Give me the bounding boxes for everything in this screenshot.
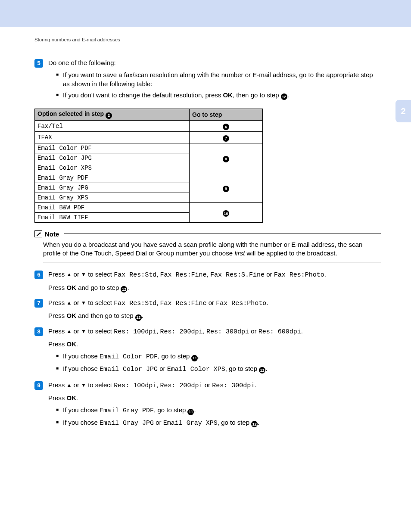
note-body: When you do a broadcast and you have sav… [34, 238, 381, 262]
step-5-bullet-1: If you want to save a fax/scan resolutio… [56, 71, 381, 88]
step-ref-9-icon: 9 [223, 186, 229, 192]
step-6: 6 Press ▲ or ▼ to select Fax Res:Std, Fa… [34, 270, 381, 296]
step-ref-12-icon: 12 [121, 286, 127, 292]
step-8-bullet-2: If you chose Email Color JPG or Email Co… [56, 364, 381, 374]
step-9-bullet-1: If you chose Email Gray PDF, go to step … [56, 406, 381, 415]
step-8-bullet-1: If you chose Email Color PDF, go to step… [56, 352, 381, 361]
step-ref-11-icon: 11 [191, 355, 198, 361]
down-arrow-icon: ▼ [81, 300, 86, 306]
step-5-bullet-2: If you don't want to change the default … [56, 91, 381, 100]
step-badge-6: 6 [34, 271, 43, 279]
page-content: 2 Storing numbers and E-mail addresses 5… [0, 27, 411, 532]
step-ref-8-icon: 8 [223, 156, 229, 162]
step-badge-8: 8 [34, 327, 43, 336]
down-arrow-icon: ▼ [81, 328, 86, 334]
step-9-line1: Press ▲ or ▼ to select Res: 100dpi, Res:… [48, 381, 381, 390]
up-arrow-icon: ▲ [67, 328, 72, 334]
step-7-line1: Press ▲ or ▼ to select Fax Res:Std, Fax … [48, 299, 381, 308]
step-ref-10-icon: 10 [223, 210, 229, 217]
breadcrumb: Storing numbers and E-mail addresses [34, 37, 381, 42]
table-header-goto: Go to step [190, 109, 263, 121]
step-6-line1: Press ▲ or ▼ to select Fax Res:Std, Fax … [48, 270, 381, 280]
step-9-bullet-2: If you chose Email Gray JPG or Email Gra… [56, 418, 381, 428]
step-ref-12-icon: 12 [259, 367, 265, 373]
step-ref-7-icon: 7 [223, 135, 229, 142]
step-badge-5: 5 [34, 59, 43, 68]
step-ref-12-icon: 12 [135, 314, 142, 321]
down-arrow-icon: ▼ [81, 271, 86, 277]
note-rule-bottom [43, 262, 381, 262]
step-8-line1: Press ▲ or ▼ to select Res: 100dpi, Res:… [48, 327, 381, 336]
up-arrow-icon: ▲ [67, 300, 72, 306]
step-5: 5 Do one of the following: If you want t… [34, 59, 381, 104]
step-ref-2-icon: 2 [106, 112, 112, 119]
table-row: Fax/Tel 6 [35, 120, 263, 132]
note-label: Note [45, 230, 59, 238]
step-6-line2: Press OK and go to step 12. [48, 283, 381, 293]
top-banner [0, 0, 411, 27]
step-ref-12-icon: 12 [251, 421, 258, 427]
step-8-line2: Press OK. [48, 340, 381, 348]
step-badge-9: 9 [34, 381, 43, 390]
table-row: Email Color PDF 8 [35, 143, 263, 153]
step-ref-12-icon: 12 [281, 93, 287, 100]
step-5-text: Do one of the following: [48, 59, 381, 67]
step-ref-6-icon: 6 [223, 124, 229, 130]
note-icon [34, 230, 42, 237]
chapter-tab: 2 [395, 100, 411, 122]
step-7-line2: Press OK and then go to step 12. [48, 311, 381, 321]
step-7: 7 Press ▲ or ▼ to select Fax Res:Std, Fa… [34, 299, 381, 324]
step-9: 9 Press ▲ or ▼ to select Res: 100dpi, Re… [34, 381, 381, 432]
table-header-option: Option selected in step 2 [35, 109, 190, 121]
up-arrow-icon: ▲ [67, 271, 72, 277]
step-8: 8 Press ▲ or ▼ to select Res: 100dpi, Re… [34, 327, 381, 378]
table-row: IFAX 7 [35, 132, 263, 143]
up-arrow-icon: ▲ [67, 382, 72, 388]
down-arrow-icon: ▼ [81, 382, 86, 388]
note-block: Note When you do a broadcast and you hav… [34, 230, 381, 263]
step-badge-7: 7 [34, 299, 43, 308]
step-9-line2: Press OK. [48, 394, 381, 402]
step-ref-11-icon: 11 [187, 409, 194, 415]
table-row: Email Gray PDF 9 [35, 173, 263, 183]
note-rule-top [64, 233, 381, 233]
option-table: Option selected in step 2 Go to step Fax… [34, 109, 263, 223]
table-row: Email B&W PDF 10 [35, 202, 263, 212]
